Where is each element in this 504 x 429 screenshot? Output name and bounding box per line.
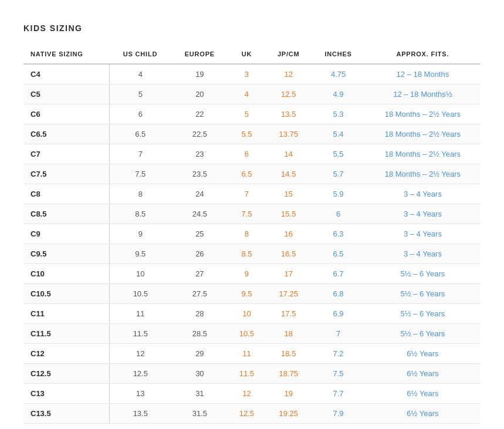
- col-header-uk: UK: [228, 45, 265, 64]
- table-cell: 18 Months – 2½ Years: [365, 124, 481, 144]
- table-cell: 7: [109, 144, 171, 164]
- table-cell: 3 – 4 Years: [365, 244, 481, 264]
- table-cell: 12.5: [109, 364, 171, 384]
- table-cell: 18 Months – 2½ Years: [365, 104, 481, 124]
- table-cell: 6: [228, 144, 265, 164]
- table-cell: 17.25: [265, 284, 312, 304]
- native-size-cell: C10: [23, 264, 109, 284]
- table-cell: 10: [228, 304, 265, 324]
- table-cell: 3 – 4 Years: [365, 204, 481, 224]
- table-cell: 7.9: [312, 404, 364, 424]
- table-row: C99258166.33 – 4 Years: [23, 224, 481, 244]
- table-cell: 6.5: [228, 164, 265, 184]
- table-cell: 4.9: [312, 85, 364, 104]
- table-cell: 12 – 18 Months: [365, 64, 481, 85]
- table-cell: 23: [171, 144, 228, 164]
- table-row: C8.58.524.57.515.563 – 4 Years: [23, 204, 481, 224]
- table-row: C9.59.5268.516.56.53 – 4 Years: [23, 244, 481, 264]
- table-cell: 9: [109, 224, 171, 244]
- table-cell: 6.7: [312, 264, 364, 284]
- table-cell: 3 – 4 Years: [365, 184, 481, 204]
- table-cell: 12.5: [265, 85, 312, 104]
- table-cell: 11.5: [228, 364, 265, 384]
- table-cell: 10.5: [228, 324, 265, 344]
- table-row: C11.511.528.510.51875½ – 6 Years: [23, 324, 481, 344]
- table-cell: 12 – 18 Months½: [365, 85, 481, 104]
- table-cell: 13: [109, 384, 171, 404]
- col-header-europe: EUROPE: [171, 45, 228, 64]
- table-cell: 29: [171, 344, 228, 364]
- table-cell: 18.5: [265, 344, 312, 364]
- table-cell: 11: [228, 344, 265, 364]
- table-cell: 31: [171, 384, 228, 404]
- native-size-cell: C12.5: [23, 364, 109, 384]
- table-cell: 4.75: [312, 64, 364, 85]
- table-cell: 18: [265, 324, 312, 344]
- table-row: C88247155.93 – 4 Years: [23, 184, 481, 204]
- table-cell: 13.5: [109, 404, 171, 424]
- table-cell: 11: [109, 304, 171, 324]
- table-cell: 5.5: [228, 124, 265, 144]
- table-cell: 28.5: [171, 324, 228, 344]
- table-cell: 5.7: [312, 164, 364, 184]
- table-cell: 16: [265, 224, 312, 244]
- table-cell: 27: [171, 264, 228, 284]
- table-cell: 7.5: [228, 204, 265, 224]
- table-cell: 14: [265, 144, 312, 164]
- table-cell: 6: [109, 104, 171, 124]
- native-size-cell: C4: [23, 64, 109, 85]
- native-size-cell: C5: [23, 85, 109, 104]
- col-header-native: NATIVE SIZING: [23, 45, 109, 64]
- table-cell: 3: [228, 64, 265, 85]
- table-cell: 4: [228, 85, 265, 104]
- table-cell: 14.5: [265, 164, 312, 184]
- table-cell: 11.5: [109, 324, 171, 344]
- native-size-cell: C10.5: [23, 284, 109, 304]
- table-cell: 12: [228, 384, 265, 404]
- table-row: C13133112197.76½ Years: [23, 384, 481, 404]
- table-cell: 25: [171, 224, 228, 244]
- table-cell: 6: [312, 204, 364, 224]
- native-size-cell: C6.5: [23, 124, 109, 144]
- table-cell: 5.4: [312, 124, 364, 144]
- table-cell: 6½ Years: [365, 364, 481, 384]
- table-cell: 6.5: [109, 124, 171, 144]
- table-cell: 10.5: [109, 284, 171, 304]
- table-cell: 12: [109, 344, 171, 364]
- table-cell: 8: [228, 224, 265, 244]
- table-row: C12.512.53011.518.757.56½ Years: [23, 364, 481, 384]
- page-title: KIDS SIZING: [23, 23, 481, 33]
- table-cell: 22: [171, 104, 228, 124]
- table-cell: 19.25: [265, 404, 312, 424]
- table-cell: 18 Months – 2½ Years: [365, 164, 481, 184]
- table-cell: 6½ Years: [365, 384, 481, 404]
- table-row: C1010279176.75½ – 6 Years: [23, 264, 481, 284]
- table-cell: 16.5: [265, 244, 312, 264]
- native-size-cell: C12: [23, 344, 109, 364]
- native-size-cell: C11.5: [23, 324, 109, 344]
- table-cell: 18 Months – 2½ Years: [365, 144, 481, 164]
- col-header-inches: INCHES: [312, 45, 364, 64]
- table-cell: 5½ – 6 Years: [365, 324, 481, 344]
- table-row: C1212291118.57.26½ Years: [23, 344, 481, 364]
- table-cell: 3 – 4 Years: [365, 224, 481, 244]
- native-size-cell: C8.5: [23, 204, 109, 224]
- native-size-cell: C7: [23, 144, 109, 164]
- table-header-row: NATIVE SIZING US CHILD EUROPE UK JP/CM I…: [23, 45, 481, 64]
- table-cell: 7: [228, 184, 265, 204]
- native-size-cell: C13: [23, 384, 109, 404]
- table-cell: 17: [265, 264, 312, 284]
- table-cell: 23.5: [171, 164, 228, 184]
- col-header-approx-fits: Approx. Fits.: [365, 45, 481, 64]
- native-size-cell: C8: [23, 184, 109, 204]
- table-cell: 10: [109, 264, 171, 284]
- table-cell: 5½ – 6 Years: [365, 264, 481, 284]
- col-header-jp-cm: JP/CM: [265, 45, 312, 64]
- table-cell: 7.7: [312, 384, 364, 404]
- table-cell: 19: [265, 384, 312, 404]
- table-cell: 9.5: [228, 284, 265, 304]
- table-cell: 5.5: [312, 144, 364, 164]
- table-cell: 5½ – 6 Years: [365, 304, 481, 324]
- table-cell: 27.5: [171, 284, 228, 304]
- native-size-cell: C6: [23, 104, 109, 124]
